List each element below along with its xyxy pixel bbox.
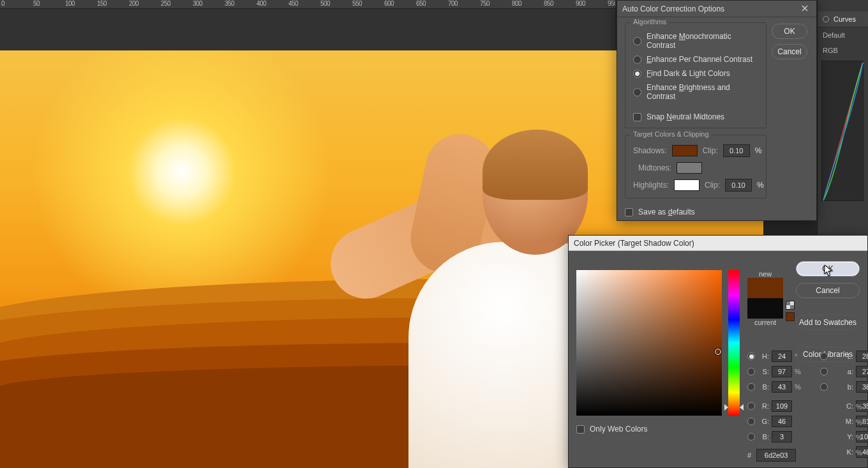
hue-slider[interactable] [728, 270, 740, 416]
checkbox-icon [576, 425, 585, 434]
ruler-tick: 450 [287, 0, 319, 7]
curves-panel-tab[interactable]: Curves [818, 11, 868, 27]
current-color-swatch[interactable] [747, 298, 783, 319]
algo-brightness-contrast[interactable]: Enhance Brightness and Contrast [633, 80, 758, 103]
sv-cursor-icon [715, 349, 721, 355]
radio-r[interactable] [747, 402, 755, 410]
only-web-label: Only Web Colors [590, 425, 647, 434]
websafe-warning-icon[interactable] [786, 312, 795, 321]
ruler-tick: 600 [383, 0, 415, 7]
gamut-warning-icon[interactable] [786, 301, 795, 310]
clip-label: Clip: [703, 146, 718, 155]
ruler-tick: 250 [160, 0, 191, 7]
hue-slider-thumb-icon [724, 404, 728, 411]
hue-slider-thumb-icon [740, 404, 744, 411]
label-l: L: [833, 352, 853, 360]
saturation-value-field[interactable] [576, 270, 722, 416]
algorithms-legend: Algorithms [631, 18, 669, 26]
label-b-lab: b: [833, 383, 853, 391]
dialog-titlebar[interactable]: Color Picker (Target Shadow Color) [569, 236, 867, 251]
radio-s[interactable] [747, 368, 755, 375]
highlights-swatch[interactable] [674, 179, 700, 191]
cancel-button[interactable]: Cancel [796, 283, 860, 298]
auto-color-correction-dialog: Auto Color Correction Options OK Cancel … [617, 0, 817, 221]
color-picker-dialog: Color Picker (Target Shadow Color) new c… [568, 235, 868, 468]
input-l[interactable] [856, 351, 868, 362]
highlights-label: Highlights: [633, 181, 669, 190]
input-g[interactable] [772, 416, 792, 427]
hex-input[interactable] [756, 449, 796, 462]
algo-monochromatic[interactable]: Enhance Monochromatic Contrast [633, 29, 758, 52]
ruler-tick: 950 [606, 0, 615, 7]
label-a: a: [833, 368, 853, 375]
radio-g[interactable] [747, 418, 755, 425]
dialog-title: Color Picker (Target Shadow Color) [574, 236, 694, 251]
ruler-tick: 700 [447, 0, 479, 7]
input-r[interactable] [772, 400, 792, 412]
radio-a[interactable] [820, 368, 828, 375]
close-icon[interactable] [798, 1, 811, 17]
radio-icon [633, 37, 641, 45]
color-values-grid: H: ° L: S: % a: B: % b: [747, 351, 865, 458]
shadows-label: Shadows: [633, 146, 667, 155]
ruler-tick: 750 [479, 0, 511, 7]
dialog-titlebar[interactable]: Auto Color Correction Options [617, 1, 816, 17]
new-color-swatch[interactable] [747, 278, 783, 298]
label-y: Y: [833, 433, 853, 441]
ruler-horizontal: 0501001502002503003504004505005506006507… [0, 0, 615, 9]
save-as-defaults[interactable]: Save as defaults [625, 205, 809, 219]
new-label: new [747, 270, 783, 278]
only-web-colors[interactable]: Only Web Colors [576, 425, 647, 434]
curves-graph[interactable] [821, 61, 864, 201]
ruler-tick: 550 [351, 0, 383, 7]
midtones-swatch[interactable] [677, 162, 702, 174]
ruler-tick: 800 [511, 0, 542, 7]
input-a[interactable] [856, 366, 868, 377]
label-b-rgb: B: [759, 433, 769, 441]
algo-per-channel[interactable]: Enhance Per Channel Contrast [633, 52, 758, 66]
current-label: current [747, 319, 783, 326]
ruler-tick: 350 [223, 0, 255, 7]
radio-l[interactable] [820, 352, 828, 360]
ruler-tick: 850 [542, 0, 574, 7]
radio-h[interactable] [747, 352, 755, 360]
curves-preset[interactable]: Default [818, 27, 868, 43]
add-to-swatches-button[interactable]: Add to Swatches [796, 315, 860, 330]
ruler-tick: 100 [64, 0, 96, 7]
target-shadows-row: Shadows: Clip: % [633, 142, 758, 160]
ruler-tick: 300 [191, 0, 223, 7]
input-h[interactable] [772, 351, 792, 362]
target-highlights-row: Highlights: Clip: % [633, 176, 758, 194]
radio-b-rgb[interactable] [747, 433, 755, 441]
midtones-label: Midtones: [633, 163, 671, 172]
radio-b-lab[interactable] [820, 383, 828, 391]
clip-label: Clip: [705, 181, 720, 190]
dialog-title: Auto Color Correction Options [622, 1, 724, 17]
label-g: G: [759, 418, 769, 425]
shadows-swatch[interactable] [672, 145, 698, 156]
input-s[interactable] [772, 366, 792, 377]
ok-button[interactable]: OK [796, 261, 860, 276]
canvas-workspace [0, 9, 615, 468]
shadows-clip-input[interactable] [723, 144, 750, 157]
pct-label: % [757, 181, 764, 190]
label-m: M: [833, 418, 853, 425]
curves-channel[interactable]: RGB [818, 43, 868, 58]
checkbox-icon [625, 208, 633, 216]
algo-find-dark-light[interactable]: Find Dark & Light Colors [633, 66, 758, 80]
curves-panel-label: Curves [834, 15, 856, 23]
checkbox-icon [633, 113, 641, 121]
input-b-rgb[interactable] [772, 431, 792, 442]
pct-label: % [755, 146, 762, 155]
radio-icon [633, 88, 641, 96]
input-b-hsb[interactable] [772, 381, 792, 393]
input-b-lab[interactable] [856, 381, 868, 393]
ruler-tick: 650 [415, 0, 447, 7]
label-b-hsb: B: [759, 383, 769, 391]
radio-icon [633, 70, 641, 78]
snap-neutral-midtones[interactable]: Snap Neutral Midtones [633, 110, 758, 124]
highlights-clip-input[interactable] [725, 179, 752, 192]
radio-b-hsb[interactable] [747, 383, 755, 391]
ruler-tick: 900 [574, 0, 606, 7]
adjustment-icon [823, 16, 829, 22]
